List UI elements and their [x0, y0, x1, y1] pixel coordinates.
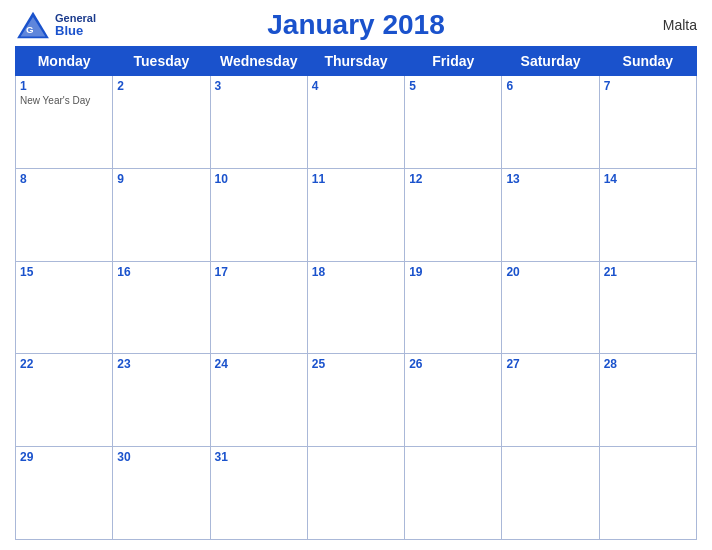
- day-number: 16: [117, 265, 205, 279]
- day-number: 7: [604, 79, 692, 93]
- calendar-cell: 27: [502, 354, 599, 447]
- day-number: 2: [117, 79, 205, 93]
- day-number: 5: [409, 79, 497, 93]
- day-number: 31: [215, 450, 303, 464]
- day-number: 17: [215, 265, 303, 279]
- day-number: 20: [506, 265, 594, 279]
- calendar-cell: 19: [405, 261, 502, 354]
- calendar-cell: 1New Year's Day: [16, 76, 113, 169]
- calendar-cell: 25: [307, 354, 404, 447]
- logo-svg: G: [15, 10, 51, 40]
- svg-text:G: G: [26, 24, 34, 35]
- day-number: 3: [215, 79, 303, 93]
- day-number: 10: [215, 172, 303, 186]
- calendar-cell: 2: [113, 76, 210, 169]
- calendar-table: Monday Tuesday Wednesday Thursday Friday…: [15, 46, 697, 540]
- col-saturday: Saturday: [502, 47, 599, 76]
- calendar-cell: 17: [210, 261, 307, 354]
- calendar-cell: 9: [113, 168, 210, 261]
- day-number: 21: [604, 265, 692, 279]
- day-number: 29: [20, 450, 108, 464]
- calendar-cell: 15: [16, 261, 113, 354]
- calendar-cell: 12: [405, 168, 502, 261]
- day-number: 26: [409, 357, 497, 371]
- col-monday: Monday: [16, 47, 113, 76]
- calendar-cell: [599, 447, 696, 540]
- calendar-cell: 4: [307, 76, 404, 169]
- calendar-cell: 20: [502, 261, 599, 354]
- day-number: 4: [312, 79, 400, 93]
- calendar-week-row: 293031: [16, 447, 697, 540]
- calendar-cell: 26: [405, 354, 502, 447]
- day-number: 14: [604, 172, 692, 186]
- col-sunday: Sunday: [599, 47, 696, 76]
- calendar-cell: 18: [307, 261, 404, 354]
- holiday-label: New Year's Day: [20, 95, 108, 106]
- calendar-cell: 5: [405, 76, 502, 169]
- calendar-cell: 7: [599, 76, 696, 169]
- col-tuesday: Tuesday: [113, 47, 210, 76]
- calendar-cell: 28: [599, 354, 696, 447]
- calendar-cell: 6: [502, 76, 599, 169]
- calendar-cell: 3: [210, 76, 307, 169]
- calendar-cell: 22: [16, 354, 113, 447]
- calendar-week-row: 22232425262728: [16, 354, 697, 447]
- col-friday: Friday: [405, 47, 502, 76]
- logo: G General Blue: [15, 10, 105, 40]
- day-number: 22: [20, 357, 108, 371]
- calendar-cell: 16: [113, 261, 210, 354]
- calendar-title: January 2018: [267, 9, 444, 41]
- calendar-cell: 13: [502, 168, 599, 261]
- day-number: 23: [117, 357, 205, 371]
- logo-blue-label: Blue: [55, 24, 96, 38]
- day-number: 13: [506, 172, 594, 186]
- day-number: 12: [409, 172, 497, 186]
- calendar-cell: 8: [16, 168, 113, 261]
- day-number: 19: [409, 265, 497, 279]
- calendar-cell: [307, 447, 404, 540]
- calendar-cell: 29: [16, 447, 113, 540]
- calendar-cell: [405, 447, 502, 540]
- day-number: 6: [506, 79, 594, 93]
- calendar-cell: 10: [210, 168, 307, 261]
- day-number: 9: [117, 172, 205, 186]
- calendar-week-row: 1New Year's Day234567: [16, 76, 697, 169]
- day-number: 8: [20, 172, 108, 186]
- calendar-week-row: 891011121314: [16, 168, 697, 261]
- calendar-cell: 11: [307, 168, 404, 261]
- col-thursday: Thursday: [307, 47, 404, 76]
- day-number: 15: [20, 265, 108, 279]
- logo-text: General Blue: [55, 12, 96, 38]
- calendar-header: G General Blue January 2018 Malta: [15, 10, 697, 40]
- day-number: 28: [604, 357, 692, 371]
- day-number: 1: [20, 79, 108, 93]
- day-number: 25: [312, 357, 400, 371]
- calendar-cell: 24: [210, 354, 307, 447]
- calendar-cell: 23: [113, 354, 210, 447]
- day-number: 18: [312, 265, 400, 279]
- calendar-cell: 14: [599, 168, 696, 261]
- calendar-cell: 21: [599, 261, 696, 354]
- calendar-cell: 30: [113, 447, 210, 540]
- day-number: 30: [117, 450, 205, 464]
- day-number: 27: [506, 357, 594, 371]
- calendar-header-row: Monday Tuesday Wednesday Thursday Friday…: [16, 47, 697, 76]
- calendar-cell: 31: [210, 447, 307, 540]
- calendar-cell: [502, 447, 599, 540]
- day-number: 24: [215, 357, 303, 371]
- country-label: Malta: [637, 17, 697, 33]
- day-number: 11: [312, 172, 400, 186]
- calendar-week-row: 15161718192021: [16, 261, 697, 354]
- col-wednesday: Wednesday: [210, 47, 307, 76]
